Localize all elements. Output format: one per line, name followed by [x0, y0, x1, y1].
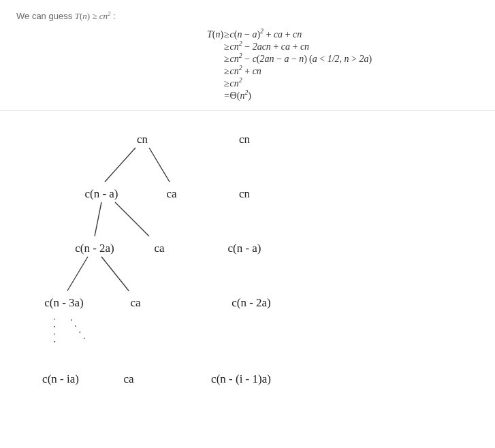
equation-table: T(n) ≥ c(n − a)2 + ca + cn ≥ cn2 − 2acn … — [207, 29, 372, 102]
eq-row: T(n) ≥ c(n − a)2 + ca + cn — [207, 29, 372, 41]
tree-node-l2r: ca — [154, 242, 164, 255]
tree-node-l1l: c(n - a) — [84, 187, 118, 201]
intro-math: T(n) ≥ cn2 — [75, 11, 113, 21]
tree-rowsum-3: c(n - 2a) — [231, 296, 271, 310]
dots-left: · · · · — [49, 318, 59, 345]
tree-node-l4l: c(n - ia) — [42, 372, 79, 386]
tree-node-l4r: ca — [123, 372, 133, 386]
separator — [0, 110, 495, 111]
recursion-tree: cn c(n - a) ca c(n - 2a) ca c(n - 3a) ca… — [16, 127, 479, 413]
eq-row: ≥ cn2 — [207, 78, 372, 90]
svg-line-3 — [115, 202, 149, 236]
tree-node-l3r: ca — [130, 296, 140, 310]
tree-node-l3l: c(n - 3a) — [44, 296, 84, 310]
intro-suffix: : — [113, 11, 116, 21]
tree-node-l2l: c(n - 2a) — [75, 242, 114, 255]
svg-line-2 — [95, 202, 101, 236]
intro-prefix: We can guess — [16, 11, 75, 21]
tree-rowsum-0: cn — [239, 133, 250, 146]
intro-sentence: We can guess T(n) ≥ cn2 : — [16, 11, 479, 22]
svg-line-0 — [105, 148, 135, 182]
eq-row: ≥ cn2 − 2acn + ca + cn — [207, 41, 372, 53]
svg-line-4 — [67, 257, 88, 291]
tree-rowsum-2: c(n - a) — [227, 242, 261, 255]
dots-right: · · · · — [67, 317, 90, 344]
eq-row: ≥ cn2 − c(2an − a − n) (a < 1/2, n > 2a) — [207, 53, 372, 65]
tree-rowsum-1: cn — [239, 187, 250, 201]
svg-line-5 — [101, 257, 129, 291]
tree-node-l0: cn — [137, 133, 148, 146]
svg-line-1 — [149, 148, 170, 182]
equation-block: T(n) ≥ c(n − a)2 + ca + cn ≥ cn2 − 2acn … — [16, 29, 479, 102]
tree-rowsum-4: c(n - (i - 1)a) — [211, 372, 271, 386]
eq-row: ≥ cn2 + cn — [207, 65, 372, 78]
eq-row: = Θ(n2) — [207, 90, 372, 102]
tree-node-l1r: ca — [166, 187, 176, 201]
tree-edges — [16, 127, 479, 413]
